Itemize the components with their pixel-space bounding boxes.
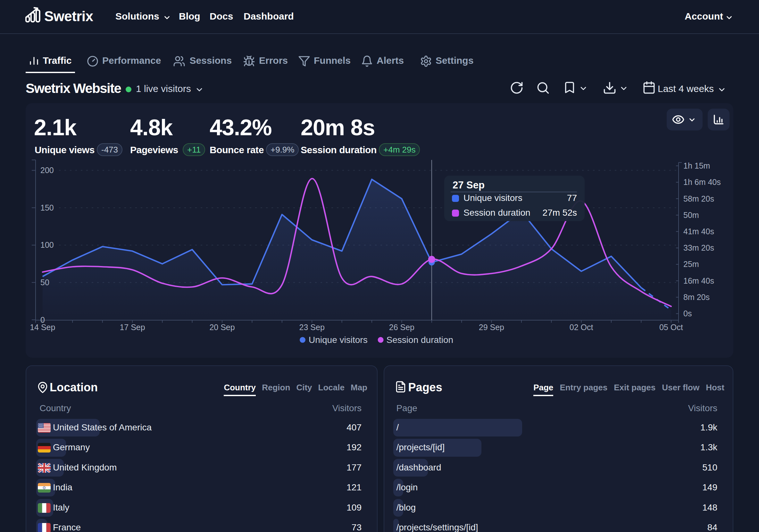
svg-text:200: 200 [40, 166, 54, 175]
svg-text:26 Sep: 26 Sep [389, 323, 415, 332]
svg-text:23 Sep: 23 Sep [300, 323, 325, 332]
svg-text:Session duration: Session duration [386, 335, 454, 345]
svg-text:1h 15m: 1h 15m [683, 161, 710, 170]
svg-text:50: 50 [40, 278, 49, 287]
svg-text:02 Oct: 02 Oct [570, 323, 593, 332]
svg-text:Unique visitors: Unique visitors [309, 335, 368, 345]
svg-text:100: 100 [40, 240, 54, 249]
svg-text:16m 40s: 16m 40s [683, 276, 714, 285]
svg-text:41m 40s: 41m 40s [683, 227, 714, 236]
svg-text:33m 20s: 33m 20s [683, 243, 714, 252]
svg-text:20 Sep: 20 Sep [209, 323, 235, 332]
svg-text:17 Sep: 17 Sep [120, 323, 145, 332]
svg-text:29 Sep: 29 Sep [479, 323, 504, 332]
svg-text:25m: 25m [683, 260, 699, 269]
svg-text:8m 20s: 8m 20s [683, 293, 710, 302]
svg-text:1h 6m 40s: 1h 6m 40s [683, 177, 721, 186]
svg-text:58m 20s: 58m 20s [683, 194, 714, 203]
svg-text:0s: 0s [683, 309, 692, 318]
svg-text:05 Oct: 05 Oct [659, 323, 683, 332]
svg-text:150: 150 [40, 203, 54, 212]
svg-text:50m: 50m [683, 210, 699, 219]
svg-text:14 Sep: 14 Sep [30, 323, 55, 332]
